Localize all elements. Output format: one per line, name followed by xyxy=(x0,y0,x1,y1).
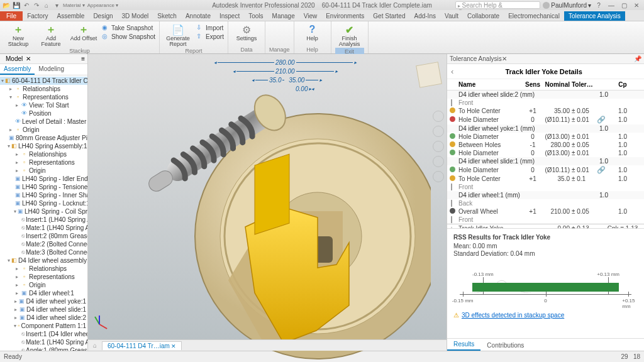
settings-button[interactable]: ⚙Settings xyxy=(232,23,261,41)
close-icon[interactable]: ✕ xyxy=(631,2,641,9)
tree-node[interactable]: ▸▫Relationships xyxy=(0,265,87,273)
ta-row[interactable]: Hole Diameter0(Ø13.00)± 0.011.0 xyxy=(447,149,644,157)
ta-row[interactable]: Hole Diameter0(Ø10.11)± 0.01🔗1.0 xyxy=(447,165,644,175)
tree-node[interactable]: ▸▫Relationships xyxy=(0,85,87,93)
tab-collaborate[interactable]: Collaborate xyxy=(463,11,504,21)
tree-node[interactable]: ⎋Mate:1 (LH40 Spring Assembly:1,D4 Idler xyxy=(0,224,87,232)
tree-node[interactable]: ▸▫Representations xyxy=(0,158,87,167)
maximize-icon[interactable]: ▢ xyxy=(619,2,629,9)
tab-sketch[interactable]: Sketch xyxy=(153,11,181,21)
qat-save-icon[interactable]: 💾 xyxy=(13,1,20,9)
help-icon[interactable]: ? xyxy=(594,2,604,9)
tree-node[interactable]: ▸▣D4 idler wheel slide:2 xyxy=(0,314,87,322)
tree-node[interactable]: ⎋Mate:3 (Bolted Connection:1,LH40 Sprin xyxy=(0,248,87,256)
tree-node[interactable]: ▸▫Representations xyxy=(0,273,87,281)
tab-3dmodel[interactable]: 3D Model xyxy=(118,11,153,21)
qat-open-icon[interactable]: 📂 xyxy=(3,1,10,9)
ta-warning[interactable]: ⚠ 3D effects detected in stackup space xyxy=(453,312,638,319)
tab-factory[interactable]: Factory xyxy=(23,11,52,21)
ta-rows[interactable]: D4 idler wheel slide:2 (mm)1.0┃FrontTo H… xyxy=(447,90,644,229)
take-snapshot-button[interactable]: ◉Take Snapshot xyxy=(102,24,155,31)
tree-node[interactable]: 👁Level of Detail : Master xyxy=(0,118,87,126)
tree-node[interactable]: ⎋Insert:1 (LH40 Spring Assembly:1,D4 Idl… xyxy=(0,216,87,224)
ta-row[interactable]: Overall Wheel+1210.00± 0.051.0 xyxy=(447,207,644,216)
tree-node[interactable]: ▸▫Origin xyxy=(0,167,87,175)
tree-node[interactable]: ⎋Angle:1 (80mm Grease Adjuster Piston - xyxy=(0,346,87,351)
user-menu[interactable]: PaulMunford ▾ xyxy=(543,2,591,9)
tree-node[interactable]: ⎋Insert:2 (80mm Grease Adjuster Piston - xyxy=(0,232,87,240)
tree-node[interactable]: ▸👁View: Tol Start xyxy=(0,101,87,109)
doc-home-icon[interactable]: ⌂ xyxy=(88,342,102,349)
export-button[interactable]: ⇧Export xyxy=(196,33,224,40)
nav-bar[interactable] xyxy=(433,111,444,182)
back-icon[interactable]: ‹ xyxy=(451,67,453,76)
tab-view[interactable]: View xyxy=(299,11,322,21)
ta-pin-icon[interactable]: 📌 xyxy=(634,55,641,62)
ta-row[interactable]: ┃Back xyxy=(447,199,644,207)
generate-report-button[interactable]: 📄Generate Report xyxy=(164,23,192,47)
tree-node[interactable]: ▣LH40 Spring - Locknut:1 xyxy=(0,199,87,207)
tab-vault[interactable]: Vault xyxy=(440,11,463,21)
tree-node[interactable]: ▾◧LH40 Spring Assembly:1 xyxy=(0,142,87,150)
doc-tab[interactable]: 60-04-111 D4 Tr…iam ✕ xyxy=(102,341,182,350)
ta-row[interactable]: ┃Front xyxy=(447,183,644,191)
ta-row[interactable]: To Hole Center+135.0± 0.11.0 xyxy=(447,175,644,183)
ta-row[interactable]: ⟂Track Idler Yoke0.00± 0.13Cpk = 1.13 xyxy=(447,224,644,229)
tree-node[interactable]: ▸▣D4 idler wheel:1 xyxy=(0,289,87,297)
subtab-assembly[interactable]: Assembly xyxy=(0,64,35,75)
tree-node[interactable]: ▸▫Origin xyxy=(0,281,87,289)
tab-addins[interactable]: Add-Ins xyxy=(409,11,440,21)
ta-row[interactable]: ┃Front xyxy=(447,99,644,107)
qat-redo-icon[interactable]: ↷ xyxy=(33,1,40,9)
qat-more-icon[interactable]: ▾ xyxy=(53,1,60,9)
subtab-modeling[interactable]: Modeling xyxy=(35,64,68,75)
tab-tools[interactable]: Tools xyxy=(244,11,267,21)
qat-home-icon[interactable]: ⌂ xyxy=(43,1,50,9)
finish-analysis-button[interactable]: ✔Finish Analysis xyxy=(335,23,364,47)
tab-manage[interactable]: Manage xyxy=(268,11,299,21)
tab-file[interactable]: File xyxy=(0,11,23,21)
show-snapshot-button[interactable]: ◎Show Snapshot xyxy=(102,33,155,40)
ta-row[interactable]: D4 idler wheel slide:2 (mm)1.0 xyxy=(447,90,644,99)
tree-node[interactable]: ▣LH40 Spring - Tensioner End Plate:1 xyxy=(0,183,87,191)
ta-row[interactable]: D4 idler wheel:1 (mm)1.0 xyxy=(447,191,644,199)
add-feature-button[interactable]: ＋Add Feature xyxy=(36,23,65,47)
new-stackup-button[interactable]: ＋New Stackup xyxy=(4,23,33,47)
tab-environments[interactable]: Environments xyxy=(321,11,369,21)
tab-tolerance-analysis[interactable]: Tolerance Analysis xyxy=(564,11,625,21)
tree-node[interactable]: ⎋Mate:2 (Bolted Connection:1,LH40 Sprin xyxy=(0,240,87,248)
tab-annotate[interactable]: Annotate xyxy=(181,11,215,21)
ta-row[interactable]: D4 idler wheel slide:1 (mm)1.0 xyxy=(447,157,644,165)
qat-material-label[interactable]: Material ▾ xyxy=(63,1,85,9)
ta-row[interactable]: D4 idler wheel yoke:1 (mm)1.0 xyxy=(447,124,644,133)
ta-row[interactable]: ┃Front xyxy=(447,216,644,224)
tree-node[interactable]: 👁Position xyxy=(0,109,87,118)
import-button[interactable]: ⇩Import xyxy=(196,24,224,31)
ta-row[interactable]: Hole Diameter0(Ø10.11)± 0.01🔗1.0 xyxy=(447,115,644,124)
tab-design[interactable]: Design xyxy=(89,11,117,21)
model-tree[interactable]: ▾◧60-04-111 D4 Track Idler Complete.iam▸… xyxy=(0,75,87,351)
tab-results[interactable]: Results xyxy=(447,339,480,351)
viewport[interactable]: ◂280.00▸ ◂210.00▸ ◂35.0 35.00▸ 0.00▸◂ xyxy=(88,54,447,351)
qat-appearance-label[interactable]: Appearance ▾ xyxy=(87,1,118,9)
tree-node[interactable]: ▸▫Origin xyxy=(0,126,87,134)
tab-assemble[interactable]: Assemble xyxy=(52,11,89,21)
tree-node[interactable]: ▾▫Component Pattern 1:1 xyxy=(0,322,87,330)
tree-node[interactable]: ▾◧D4 Idler wheel assembly:1 xyxy=(0,256,87,265)
tree-node[interactable]: ▸▣D4 idler wheel slide:1 xyxy=(0,305,87,314)
tree-node[interactable]: ▣LH40 Spring - Inner Shaft:1 xyxy=(0,191,87,199)
tab-getstarted[interactable]: Get Started xyxy=(369,11,409,21)
ta-row[interactable]: Hole Diameter0(Ø13.00)± 0.011.0 xyxy=(447,133,644,141)
tree-node[interactable]: ▸▫Relationships xyxy=(0,150,87,158)
tree-node[interactable]: ▣LH40 Spring - Idler End Plate:1 xyxy=(0,175,87,183)
tree-node[interactable]: ▣80mm Grease Adjuster Piston - Short:1 xyxy=(0,134,87,142)
tree-node[interactable]: ▾▫Representations xyxy=(0,93,87,101)
minimize-icon[interactable]: — xyxy=(606,2,616,9)
ta-row[interactable]: To Hole Center+135.00± 0.051.0 xyxy=(447,107,644,115)
search-input[interactable]: ▸ Search Help & Commands… xyxy=(455,1,540,9)
tab-inspect[interactable]: Inspect xyxy=(215,11,244,21)
add-offset-button[interactable]: ＋Add Offset xyxy=(69,23,98,41)
tab-electromechanical[interactable]: Electromechanical xyxy=(504,11,564,21)
ta-row[interactable]: Between Holes-1280.00± 0.051.0 xyxy=(447,141,644,149)
qat-undo-icon[interactable]: ↶ xyxy=(23,1,30,9)
